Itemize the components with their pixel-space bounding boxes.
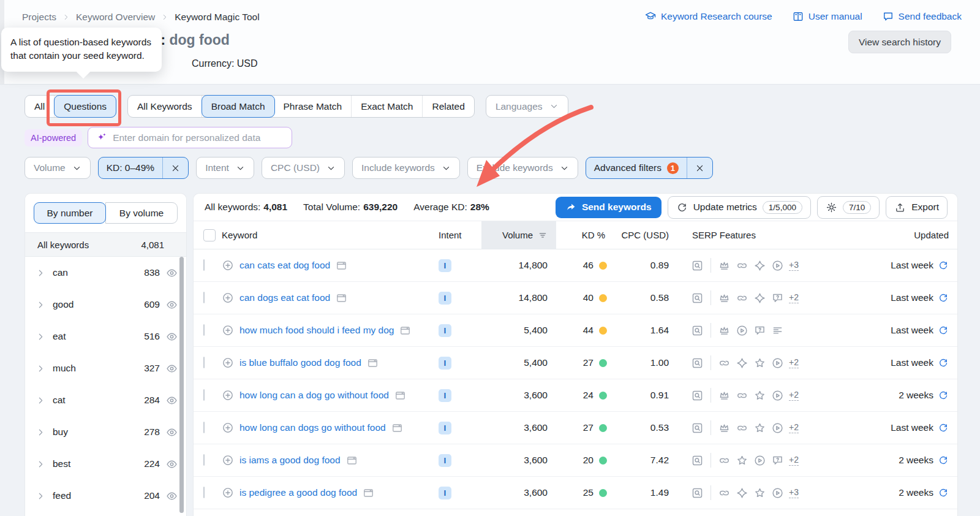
intent-badge[interactable]: I xyxy=(439,389,451,402)
remove-filter-button[interactable] xyxy=(687,157,712,178)
keyword-group-row[interactable]: feed204 xyxy=(25,480,186,512)
filter-intent[interactable]: Intent xyxy=(196,157,254,179)
keyword-link[interactable]: how much food should i feed my dog xyxy=(239,325,394,336)
header-link-send-feedback[interactable]: Send feedback xyxy=(882,10,962,23)
refresh-icon[interactable] xyxy=(938,260,949,271)
circle-plus-icon[interactable] xyxy=(222,454,234,466)
play-circle-icon[interactable] xyxy=(771,389,784,402)
column-header-volume[interactable]: Volume xyxy=(481,221,556,249)
intent-badge[interactable]: I xyxy=(439,422,451,434)
mini-serp-icon[interactable] xyxy=(367,357,379,369)
four-point-star-icon[interactable] xyxy=(753,259,766,272)
row-checkbox[interactable] xyxy=(203,422,205,433)
filter-advanced-filters[interactable]: Advanced filters1 xyxy=(586,157,713,179)
tab-all[interactable]: All xyxy=(25,96,55,117)
eye-icon[interactable] xyxy=(165,298,178,311)
row-checkbox[interactable] xyxy=(203,324,205,336)
domain-input[interactable]: Enter domain for personalized data xyxy=(88,127,292,148)
circle-plus-icon[interactable] xyxy=(222,357,234,369)
play-circle-icon[interactable] xyxy=(771,259,784,272)
row-checkbox[interactable] xyxy=(203,454,205,466)
intent-badge[interactable]: I xyxy=(439,292,451,305)
play-circle-icon[interactable] xyxy=(771,357,784,370)
row-checkbox[interactable] xyxy=(203,487,205,498)
circle-plus-icon[interactable] xyxy=(222,487,234,499)
more-serp-features[interactable]: +2 xyxy=(789,422,799,433)
column-header-kd[interactable]: KD % xyxy=(556,221,615,249)
filter-volume[interactable]: Volume xyxy=(24,157,91,179)
remove-filter-button[interactable] xyxy=(163,157,188,178)
filter-exclude-keywords[interactable]: Exclude keywords xyxy=(467,157,578,179)
settings-button[interactable]: 7/10 xyxy=(817,196,880,219)
refresh-icon[interactable] xyxy=(938,422,949,433)
filter-kd-0-49-[interactable]: KD: 0–49% xyxy=(98,157,189,179)
serp-preview-icon[interactable] xyxy=(691,389,704,402)
eye-icon[interactable] xyxy=(165,394,178,407)
more-serp-features[interactable]: +3 xyxy=(789,260,799,271)
row-checkbox[interactable] xyxy=(203,259,205,271)
keyword-group-row[interactable]: buy278 xyxy=(25,416,186,448)
four-point-star-icon[interactable] xyxy=(736,357,748,370)
serp-preview-icon[interactable] xyxy=(691,324,704,337)
star-icon[interactable] xyxy=(753,487,766,499)
column-header-keyword[interactable]: Keyword xyxy=(222,221,439,249)
eye-icon[interactable] xyxy=(165,267,178,279)
header-link-keyword-research-course[interactable]: Keyword Research course xyxy=(644,10,772,23)
link-icon[interactable] xyxy=(736,422,748,434)
serp-preview-icon[interactable] xyxy=(691,292,704,305)
row-checkbox[interactable] xyxy=(203,292,205,303)
eye-icon[interactable] xyxy=(165,458,178,471)
tab-all-keywords[interactable]: All Keywords xyxy=(128,96,202,117)
crown-icon[interactable] xyxy=(718,422,731,434)
circle-plus-icon[interactable] xyxy=(222,292,234,304)
link-icon[interactable] xyxy=(718,487,731,499)
keyword-group-row[interactable]: cat284 xyxy=(25,384,186,416)
crown-icon[interactable] xyxy=(718,324,731,337)
mini-serp-icon[interactable] xyxy=(399,325,411,336)
send-keywords-button[interactable]: Send keywords xyxy=(556,197,662,218)
refresh-icon[interactable] xyxy=(938,325,949,336)
eye-icon[interactable] xyxy=(165,426,178,439)
select-all-checkbox[interactable] xyxy=(203,229,216,241)
circle-plus-icon[interactable] xyxy=(222,324,234,336)
more-serp-features[interactable]: +2 xyxy=(789,455,799,466)
eye-icon[interactable] xyxy=(165,362,178,375)
more-serp-features[interactable]: +3 xyxy=(789,487,799,498)
intent-badge[interactable]: I xyxy=(439,259,451,272)
tab-broad-match[interactable]: Broad Match xyxy=(202,95,275,118)
crown-icon[interactable] xyxy=(718,292,731,305)
toggle-by-volume[interactable]: By volume xyxy=(105,202,178,224)
keyword-link[interactable]: is iams a good dog food xyxy=(239,455,341,466)
column-header-cpc[interactable]: CPC (USD) xyxy=(615,221,681,249)
breadcrumb-item[interactable]: Projects xyxy=(22,12,56,23)
refresh-icon[interactable] xyxy=(938,357,949,368)
crown-icon[interactable] xyxy=(718,259,731,272)
intent-badge[interactable]: I xyxy=(439,357,451,370)
refresh-icon[interactable] xyxy=(938,455,949,466)
circle-plus-icon[interactable] xyxy=(222,389,234,401)
all-keywords-group-header[interactable]: All keywords 4,081 xyxy=(25,232,186,257)
more-serp-features[interactable]: +2 xyxy=(789,357,799,368)
play-circle-icon[interactable] xyxy=(753,454,766,467)
chat-question-icon[interactable] xyxy=(753,324,766,337)
update-metrics-button[interactable]: Update metrics 1/5,000 xyxy=(668,196,811,219)
star-icon[interactable] xyxy=(753,389,766,402)
serp-preview-icon[interactable] xyxy=(691,422,704,434)
tab-related[interactable]: Related xyxy=(423,96,473,117)
intent-badge[interactable]: I xyxy=(439,454,451,467)
keyword-group-row[interactable]: eat516 xyxy=(25,321,186,352)
keyword-link[interactable]: can dogs eat cat food xyxy=(239,292,330,303)
row-checkbox[interactable] xyxy=(203,389,205,401)
link-icon[interactable] xyxy=(736,259,748,272)
crown-icon[interactable] xyxy=(718,389,731,402)
serp-preview-icon[interactable] xyxy=(691,487,704,499)
chat-question-icon[interactable] xyxy=(771,292,784,305)
intent-badge[interactable]: I xyxy=(439,487,451,499)
keyword-group-row[interactable]: good609 xyxy=(25,289,186,321)
circle-plus-icon[interactable] xyxy=(222,422,234,434)
link-icon[interactable] xyxy=(718,454,731,467)
four-point-star-icon[interactable] xyxy=(736,487,748,499)
serp-preview-icon[interactable] xyxy=(691,454,704,467)
filter-include-keywords[interactable]: Include keywords xyxy=(352,157,460,179)
star-icon[interactable] xyxy=(736,454,748,467)
